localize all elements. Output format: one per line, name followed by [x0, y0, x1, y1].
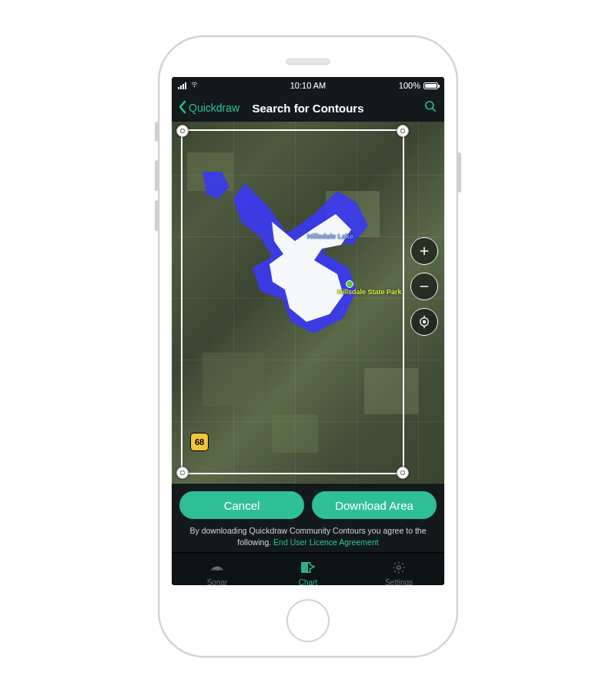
- volume-down: [155, 200, 158, 231]
- gear-icon: [390, 561, 407, 576]
- signal-icon: [178, 82, 186, 89]
- selection-rectangle[interactable]: [181, 129, 404, 474]
- svg-point-0: [194, 86, 195, 87]
- cancel-button[interactable]: Cancel: [179, 491, 304, 519]
- page-title: Search for Contours: [172, 102, 444, 115]
- screen: 10:10 AM 100% Quickdraw Search for Conto…: [172, 77, 444, 585]
- wifi-icon: [189, 81, 199, 90]
- resize-handle-br[interactable]: [397, 467, 409, 479]
- tab-settings[interactable]: Settings: [353, 553, 444, 585]
- resize-handle-tr[interactable]: [397, 125, 409, 137]
- search-button[interactable]: [423, 99, 438, 117]
- home-button[interactable]: [286, 599, 330, 642]
- resize-handle-bl[interactable]: [176, 467, 189, 479]
- action-bar: Cancel Download Area By downloading Quic…: [172, 484, 444, 552]
- phone-speaker: [286, 59, 330, 65]
- svg-rect-10: [302, 563, 308, 573]
- nav-bar: Quickdraw Search for Contours: [172, 94, 444, 122]
- power-button: [458, 152, 461, 192]
- tab-bar: Sonar Chart: [172, 552, 444, 585]
- tab-label: Settings: [385, 578, 413, 585]
- disclaimer-text: By downloading Quickdraw Community Conto…: [179, 519, 437, 549]
- tab-sonar[interactable]: Sonar: [172, 553, 263, 585]
- chart-icon: [300, 561, 316, 576]
- tab-label: Sonar: [207, 578, 228, 585]
- svg-line-2: [433, 109, 436, 112]
- zoom-out-button[interactable]: [410, 273, 438, 300]
- sonar-icon: [209, 561, 226, 576]
- battery-icon: [424, 82, 438, 89]
- resize-handle-tl[interactable]: [176, 125, 189, 137]
- svg-point-11: [397, 566, 401, 570]
- eula-link[interactable]: End User Licence Agreement: [273, 537, 379, 547]
- mute-switch: [155, 122, 158, 142]
- locate-button[interactable]: [410, 308, 438, 336]
- map-controls: [410, 237, 438, 336]
- download-area-button[interactable]: Download Area: [312, 491, 437, 519]
- svg-point-1: [426, 102, 434, 109]
- phone-frame: 10:10 AM 100% Quickdraw Search for Conto…: [158, 35, 458, 658]
- zoom-in-button[interactable]: [410, 237, 438, 265]
- svg-point-7: [424, 321, 426, 323]
- status-bar: 10:10 AM 100%: [172, 77, 444, 94]
- tab-label: Chart: [299, 578, 317, 585]
- tab-chart[interactable]: Chart: [263, 553, 353, 585]
- volume-up: [155, 160, 158, 191]
- battery-label: 100%: [399, 81, 420, 90]
- route-marker: 68: [190, 433, 209, 451]
- map-view[interactable]: Hillsdale Lake Hillsdale State Park 68: [172, 122, 444, 484]
